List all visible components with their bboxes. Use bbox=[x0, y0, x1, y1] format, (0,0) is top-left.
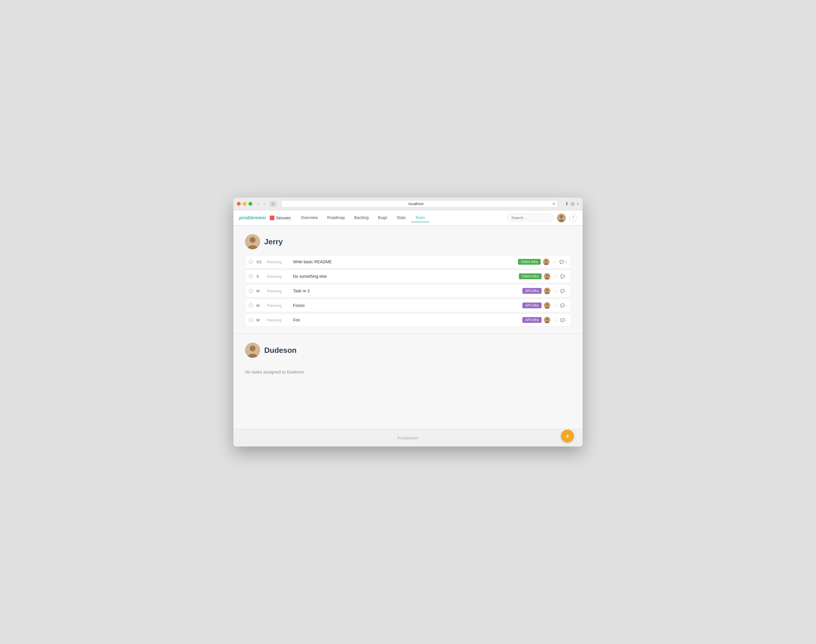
comment-icon: 💬 bbox=[559, 260, 564, 264]
task-size: M bbox=[257, 318, 267, 322]
task-status: Planning bbox=[267, 304, 293, 308]
svg-point-10 bbox=[546, 274, 548, 277]
task-bullet bbox=[249, 318, 253, 322]
svg-point-16 bbox=[546, 304, 548, 306]
task-title: Foooo bbox=[293, 303, 522, 308]
task-actions: Client infra ☆ 💬 - bbox=[519, 273, 567, 279]
url-bar[interactable]: localhost ↻ bbox=[281, 200, 558, 208]
footer: Problemeer + bbox=[234, 429, 582, 446]
footer-label: Problemeer bbox=[398, 436, 418, 440]
task-tag[interactable]: API infra bbox=[522, 302, 542, 308]
task-size: XS bbox=[257, 260, 267, 264]
add-task-button[interactable]: + bbox=[561, 429, 574, 442]
task-tag[interactable]: API infra bbox=[522, 317, 542, 323]
project-selector[interactable]: Securec bbox=[270, 216, 291, 220]
reload-button[interactable]: ↻ bbox=[550, 202, 558, 206]
svg-point-19 bbox=[546, 318, 548, 320]
nav-roadmap[interactable]: Roadmap bbox=[323, 213, 349, 222]
task-assignee-icon bbox=[543, 259, 549, 265]
table-row[interactable]: XS Planning Write basic README Client in… bbox=[245, 255, 571, 268]
task-assignee-icon bbox=[544, 302, 550, 309]
svg-point-7 bbox=[545, 260, 547, 262]
task-size: M bbox=[257, 304, 267, 308]
fullscreen-dot[interactable] bbox=[249, 202, 252, 205]
task-assignee-icon bbox=[544, 273, 550, 279]
svg-point-4 bbox=[250, 237, 255, 243]
member-header-dudeson: Dudeson bbox=[245, 343, 571, 358]
task-status: Planning bbox=[267, 260, 293, 264]
task-title: Write basic README bbox=[293, 259, 518, 264]
brand-logo[interactable]: problemeer bbox=[239, 215, 266, 221]
star-button[interactable]: ☆ bbox=[553, 303, 558, 308]
url-text: localhost bbox=[281, 202, 550, 206]
add-tab-button[interactable]: + bbox=[576, 201, 579, 207]
svg-point-13 bbox=[546, 289, 548, 291]
comment-button[interactable]: 💬 - bbox=[560, 304, 567, 308]
task-title: Do something else bbox=[293, 274, 519, 279]
star-button[interactable]: ☆ bbox=[553, 288, 558, 294]
main-content: Jerry XS Planning Write basic README Cli… bbox=[234, 225, 582, 429]
comment-icon: 💬 bbox=[560, 304, 565, 308]
table-row[interactable]: M Planning Foo API infra ☆ bbox=[245, 313, 571, 327]
titlebar: ‹ › ⊡ localhost ↻ ⬆ ⧉ + bbox=[234, 198, 582, 210]
member-section-jerry: Jerry XS Planning Write basic README Cli… bbox=[234, 225, 582, 334]
task-tag[interactable]: Client infra bbox=[519, 273, 541, 279]
member-header-jerry: Jerry bbox=[245, 234, 571, 249]
browser-window: ‹ › ⊡ localhost ↻ ⬆ ⧉ + problemeer Secur… bbox=[234, 198, 582, 446]
traffic-lights bbox=[237, 202, 252, 205]
comment-count: - bbox=[566, 274, 567, 279]
project-name: Securec bbox=[276, 216, 291, 220]
nav-backlog[interactable]: Backlog bbox=[350, 213, 373, 222]
avatar-jerry bbox=[245, 234, 260, 249]
close-dot[interactable] bbox=[237, 202, 241, 205]
nav-overview[interactable]: Overview bbox=[297, 213, 322, 222]
star-button[interactable]: ☆ bbox=[553, 317, 558, 323]
task-bullet bbox=[249, 304, 253, 307]
task-actions: API infra ☆ 💬 - bbox=[522, 288, 567, 294]
star-button[interactable]: ☆ bbox=[552, 259, 557, 265]
back-button[interactable]: ‹ bbox=[257, 201, 260, 207]
no-tasks-message: No tasks assigned to Dudeson bbox=[245, 363, 571, 380]
nav-team[interactable]: Team bbox=[411, 213, 429, 222]
comment-count: - bbox=[566, 318, 567, 322]
member-name-jerry: Jerry bbox=[264, 238, 283, 246]
table-row[interactable]: M Planning Foooo API infra ☆ bbox=[245, 299, 571, 312]
task-list-jerry: XS Planning Write basic README Client in… bbox=[245, 255, 571, 327]
avatar-dudeson bbox=[245, 343, 260, 358]
task-assignee-icon bbox=[544, 317, 550, 323]
table-row[interactable]: M Planning Task nr 3 API infra ☆ bbox=[245, 284, 571, 297]
task-tag[interactable]: API infra bbox=[522, 288, 542, 294]
task-status: Planning bbox=[267, 289, 293, 293]
share-button[interactable]: ⬆ bbox=[565, 201, 569, 207]
duplicate-button[interactable]: ⧉ bbox=[571, 201, 574, 207]
svg-point-22 bbox=[250, 345, 255, 351]
table-row[interactable]: S Planning Do something else Client infr… bbox=[245, 270, 571, 283]
star-button[interactable]: ☆ bbox=[553, 274, 558, 279]
nav-bugs[interactable]: Bugs bbox=[374, 213, 392, 222]
comment-button[interactable]: 💬 - bbox=[560, 318, 567, 322]
task-title: Foo bbox=[293, 317, 522, 322]
user-avatar[interactable] bbox=[557, 213, 566, 222]
nav-links: Overview Roadmap Backlog Bugs Stats Team bbox=[297, 213, 507, 222]
task-title: Task nr 3 bbox=[293, 288, 522, 293]
task-size: M bbox=[257, 289, 267, 293]
minimize-dot[interactable] bbox=[243, 202, 246, 205]
comment-icon: 💬 bbox=[560, 318, 565, 322]
task-bullet bbox=[249, 260, 253, 264]
task-bullet bbox=[249, 289, 253, 293]
nav-stats[interactable]: Stats bbox=[393, 213, 410, 222]
tab-view-button[interactable]: ⊡ bbox=[269, 201, 277, 207]
task-status: Planning bbox=[267, 274, 293, 279]
comment-button[interactable]: 💬 1 bbox=[559, 260, 567, 264]
task-tag[interactable]: Client infra bbox=[518, 259, 540, 265]
help-button[interactable]: ? bbox=[569, 214, 577, 222]
member-section-dudeson: Dudeson No tasks assigned to Dudeson bbox=[234, 334, 582, 386]
member-name-dudeson: Dudeson bbox=[264, 346, 297, 355]
forward-button[interactable]: › bbox=[263, 201, 266, 207]
search-input[interactable] bbox=[507, 214, 553, 222]
task-actions: Client infra ☆ 💬 1 bbox=[518, 259, 567, 265]
comment-button[interactable]: 💬 - bbox=[560, 274, 567, 279]
comment-count: - bbox=[566, 304, 567, 308]
comment-button[interactable]: 💬 - bbox=[560, 289, 567, 293]
toolbar-actions: ⬆ ⧉ + bbox=[565, 201, 579, 207]
